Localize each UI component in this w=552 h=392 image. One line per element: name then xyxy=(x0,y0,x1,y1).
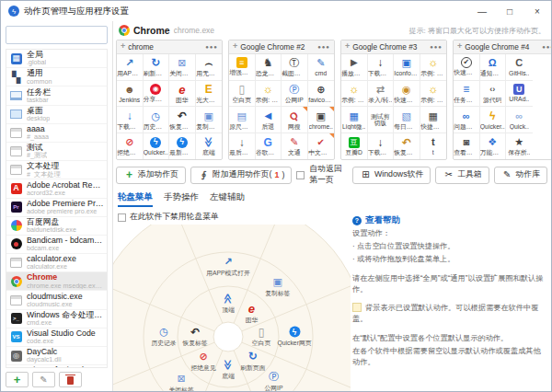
action-cell[interactable]: ∞Quick.. xyxy=(506,107,533,133)
action-cell[interactable]: e图华 xyxy=(169,81,195,108)
action-cell[interactable]: ◀后退 xyxy=(256,107,282,133)
action-cell[interactable]: ≡增强记事本 xyxy=(229,54,255,81)
action-cell[interactable]: Ⓣ截图翻译 xyxy=(282,54,307,81)
action-cell[interactable]: ↓下载内容 xyxy=(368,54,394,81)
action-cell[interactable]: E光大银行 xyxy=(196,81,223,108)
action-cell[interactable]: ϟQuicker.. xyxy=(480,107,506,133)
windows-software-button[interactable]: ⊞ Windows软件 xyxy=(352,167,431,184)
sidebar-item[interactable]: cloudmusic.execloudmusic.exe xyxy=(6,291,107,309)
sidebar-item[interactable]: AAdobe Acrobat Reader DCacrord32.exe xyxy=(6,179,107,198)
sidebar-item[interactable]: 测试#_测试 xyxy=(6,143,107,161)
sidebar-item[interactable]: ▦全局.global xyxy=(6,50,107,68)
action-cell[interactable]: ▤原尺寸图片 xyxy=(229,107,255,133)
action-cell[interactable]: ≡任务管理器 xyxy=(454,81,479,108)
panel-menu-button[interactable]: ●●● xyxy=(430,44,443,50)
action-cell[interactable]: ↓下载内容 xyxy=(368,133,394,159)
sidebar-item[interactable]: VSVisual Studio Codecode.exe xyxy=(6,329,107,347)
sidebar-item[interactable]: Microsoft Visual Studio 2017devenv.exe xyxy=(6,365,107,368)
sidebar-item[interactable]: aaaa#_aaaa xyxy=(6,124,107,143)
toolbox-button[interactable]: ✂ 工具箱 xyxy=(435,167,489,184)
move-handle-icon[interactable]: + xyxy=(233,42,237,51)
wheel-item[interactable]: ▣复制标签 xyxy=(265,276,290,298)
action-library-button[interactable]: ✎ 动作库 xyxy=(494,167,547,184)
action-cell[interactable]: ⊘拒绝意见 xyxy=(117,133,143,159)
action-cell[interactable]: ▶播放选择.. xyxy=(341,54,367,81)
action-cell[interactable]: ▯空白页 xyxy=(229,81,255,108)
sidebar-item[interactable]: 桌面desktop xyxy=(6,106,107,124)
action-cell[interactable]: G谷歌搜索 xyxy=(256,133,282,159)
action-cell[interactable]: tt xyxy=(420,133,447,159)
action-cell[interactable]: ★保存所.. xyxy=(506,133,533,159)
action-cell[interactable]: ⌢用无痕模.. xyxy=(196,54,223,81)
action-cell[interactable]: ≫底端 xyxy=(196,133,223,159)
action-cell[interactable]: ☻Jenkins xyxy=(117,81,143,108)
sidebar-item[interactable]: Chromechrome.exe msedge.exe;firefox.exe xyxy=(6,272,107,291)
action-cell[interactable]: ▧每日美图 xyxy=(394,107,420,133)
action-cell[interactable]: UURAd.. xyxy=(506,81,533,108)
sidebar-item[interactable]: 文本处理#_文本处理 xyxy=(6,161,107,179)
add-app-button[interactable]: + xyxy=(6,372,29,387)
action-cell[interactable]: Ϙ网搜 xyxy=(282,107,307,133)
sidebar-item[interactable]: 任务栏taskbar xyxy=(6,86,107,105)
sidebar-item[interactable]: >_Windows 命令处理程序cmd.exe xyxy=(6,310,107,329)
action-cell[interactable]: Ω通知设置 xyxy=(480,54,506,81)
sidebar-item[interactable]: ▚通用common xyxy=(6,68,107,86)
action-cell[interactable]: ❖万能网址.. xyxy=(480,133,506,159)
sidebar-item[interactable]: 百度网盘baidunetdisk.exe xyxy=(6,217,107,236)
action-cell[interactable]: ⇄录入/转.. xyxy=(368,81,394,108)
tab-wheel-menu[interactable]: 轮盘菜单 xyxy=(118,191,153,207)
action-cell[interactable]: 豆豆瓣D xyxy=(341,133,367,159)
close-button[interactable]: × xyxy=(523,1,551,21)
tab-gesture[interactable]: 手势操作 xyxy=(164,191,199,207)
panel-menu-button[interactable]: ●●● xyxy=(317,44,330,50)
action-cell[interactable]: ϟ最新动作.. xyxy=(169,133,195,159)
action-cell[interactable]: ↓下载内容 xyxy=(117,107,143,133)
add-page-button[interactable]: + 添加动作页 xyxy=(116,167,186,184)
action-cell[interactable]: ◷历史记录 xyxy=(144,107,169,133)
move-handle-icon[interactable]: + xyxy=(345,42,350,51)
action-cell[interactable]: ▣chrome.. xyxy=(308,107,335,133)
action-cell[interactable]: ✔中文粘贴 xyxy=(308,133,335,159)
action-cell[interactable]: ▦快捷键设置 xyxy=(420,107,447,133)
action-cell[interactable]: ↗用APP模.. xyxy=(117,54,143,81)
action-cell[interactable]: ◙查看快照 xyxy=(454,133,479,159)
panel-menu-button[interactable]: ●●● xyxy=(205,44,218,50)
wheel-item[interactable]: ▯空白页 xyxy=(252,326,270,348)
action-cell[interactable]: ⊠关闭标签 xyxy=(169,54,195,81)
action-cell[interactable]: ✎cmd xyxy=(308,54,335,81)
view-help-link[interactable]: ? 查看帮助 xyxy=(352,214,546,226)
action-cell[interactable]: ▦Light微.. xyxy=(341,107,367,133)
action-cell[interactable]: ◉分享到微博 xyxy=(144,81,169,108)
action-cell[interactable]: ↶恢复标签 xyxy=(169,107,195,133)
action-cell[interactable]: ϟQuicker.. xyxy=(144,133,169,159)
action-cell[interactable]: ♞恐龙彩蛋 xyxy=(256,54,282,81)
disable-wheel-checkbox[interactable] xyxy=(118,213,126,222)
wheel-item[interactable]: ≪顶端 xyxy=(222,293,235,315)
attach-common-page-button[interactable]: ∮ 附加通用动作页(1) xyxy=(190,167,292,184)
wheel-item[interactable]: e图华 xyxy=(246,303,259,325)
action-cell[interactable]: Ⓟ公网IP xyxy=(282,81,307,108)
delete-app-button[interactable] xyxy=(59,372,82,387)
sidebar-item[interactable]: ◎DayCalcdaycalc1.dll xyxy=(6,347,107,365)
action-cell[interactable]: ↶恢复标签 xyxy=(394,133,420,159)
action-cell[interactable]: ⊕favicon.ico xyxy=(308,81,335,108)
action-cell[interactable]: 测试剪切版 xyxy=(368,107,394,133)
sidebar-item[interactable]: Bandicam - bdcam.exebdcam.exe xyxy=(6,236,107,254)
move-handle-icon[interactable]: + xyxy=(457,42,462,51)
minimize-button[interactable]: — xyxy=(468,1,496,21)
action-cell[interactable]: ✔快速点选 xyxy=(454,54,479,81)
action-cell[interactable]: ∞问题跟踪 xyxy=(454,107,479,133)
action-cell[interactable]: ☼示例: 选.. xyxy=(256,81,282,108)
action-cell[interactable]: ▣Iconfont.. xyxy=(394,54,420,81)
wheel-item[interactable]: Ⓟ公网IP xyxy=(264,371,282,391)
sidebar-item[interactable]: calculator.execalculator.exe xyxy=(6,254,107,272)
action-cell[interactable]: CGitHis.. xyxy=(506,54,533,81)
action-cell[interactable]: ▣复制标签 xyxy=(196,107,223,133)
action-cell[interactable]: ‹›源代码 xyxy=(480,81,506,108)
wheel-item[interactable]: ϟQuicker网页 xyxy=(277,327,311,348)
tab-left-click-assist[interactable]: 左键辅助 xyxy=(210,191,245,207)
wheel-item[interactable]: ⊠关闭标签 xyxy=(168,373,193,391)
action-cell[interactable]: ✎文通 xyxy=(282,133,307,159)
action-cell[interactable]: ↓最后下载.. xyxy=(229,133,255,159)
wheel-item[interactable]: ◷历史记录 xyxy=(151,326,176,348)
